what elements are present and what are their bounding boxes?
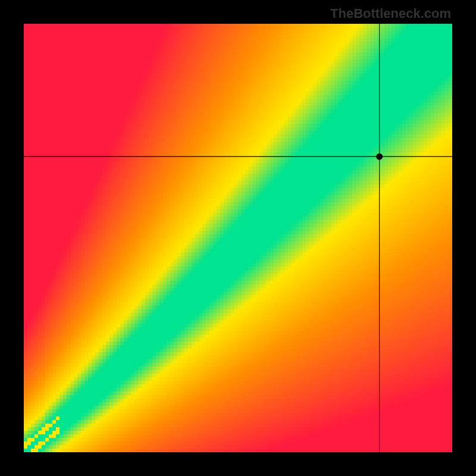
bottleneck-heatmap-chart — [24, 24, 452, 452]
watermark-text: TheBottleneck.com — [330, 6, 451, 21]
heatmap-canvas — [24, 24, 452, 452]
